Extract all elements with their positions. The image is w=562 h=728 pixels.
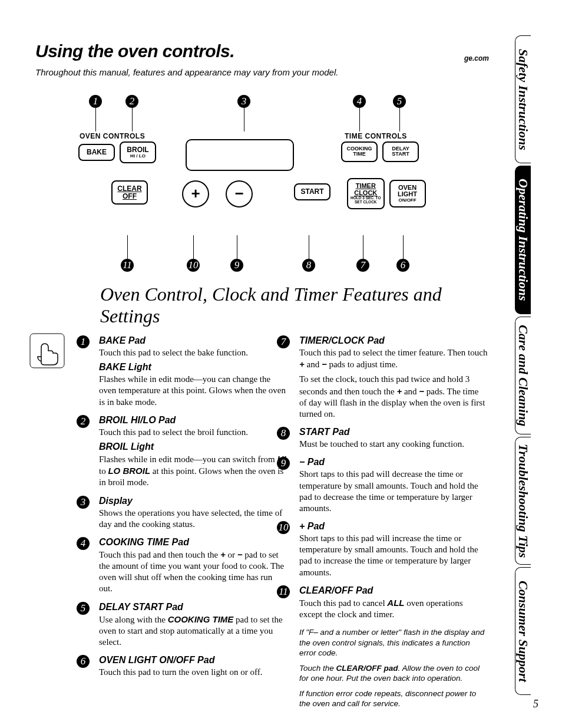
callout-10: 10 xyxy=(187,259,200,272)
section-heading: Oven Control, Clock and Timer Features a… xyxy=(100,284,489,327)
delay-start-pad: DELAY START xyxy=(382,141,419,162)
feature-body: Touch this pad to select the broil funct… xyxy=(99,427,287,438)
tab-troubleshooting: Troubleshooting Tips xyxy=(515,437,531,565)
feature-body: Flashes while in edit mode—you can chang… xyxy=(99,374,287,408)
bake-pad: BAKE xyxy=(78,144,115,161)
feature-subheading: BROIL Light xyxy=(99,442,287,452)
feature-item: 1BAKE PadTouch this pad to select the ba… xyxy=(99,335,287,408)
feature-number: 9 xyxy=(277,457,290,470)
section-tabs: Safety Instructions Operating Instructio… xyxy=(515,35,538,697)
footnote: Touch the CLEAR/OFF pad. Allow the oven … xyxy=(299,663,488,684)
feature-heading: COOKING TIME Pad xyxy=(99,537,287,548)
feature-heading: OVEN LIGHT ON/OFF Pad xyxy=(99,655,287,666)
clear-off-pad: CLEAR OFF xyxy=(111,180,148,205)
feature-heading: + Pad xyxy=(299,521,488,532)
feature-item: 5DELAY START PadUse along with the COOKI… xyxy=(99,602,287,648)
callout-1: 1 xyxy=(89,95,102,108)
feature-item: 3DisplayShows the operations you have se… xyxy=(99,496,287,530)
callout-7: 7 xyxy=(356,259,369,272)
tab-care: Care and Cleaning xyxy=(515,317,531,434)
feature-item: 4COOKING TIME PadTouch this pad and then… xyxy=(99,537,287,595)
feature-body: Flashes while in edit mode—you can switc… xyxy=(99,453,287,489)
feature-number: 8 xyxy=(277,427,290,440)
feature-heading: DELAY START Pad xyxy=(99,602,287,612)
feature-heading: BAKE Pad xyxy=(99,335,287,346)
timer-clock-pad: TIMER CLOCK HOLD 3 SEC. TO SET CLOCK xyxy=(347,178,385,209)
feature-item: 10+ PadShort taps to this pad will incre… xyxy=(299,521,488,578)
oven-light-pad: OVEN LIGHT ON/OFF xyxy=(389,180,426,207)
feature-heading: TIMER/CLOCK Pad xyxy=(299,335,488,346)
feature-body: Must be touched to start any cooking fun… xyxy=(299,439,488,450)
footnote: If function error code repeats, disconne… xyxy=(299,689,488,709)
callout-11: 11 xyxy=(121,259,134,272)
feature-heading: START Pad xyxy=(299,427,488,437)
feature-number: 5 xyxy=(77,602,90,615)
feature-body: Touch this pad to select the timer featu… xyxy=(299,347,488,370)
callout-9: 9 xyxy=(230,259,243,272)
pointing-hand-icon xyxy=(29,333,65,368)
intro-text: Throughout this manual, features and app… xyxy=(35,67,489,77)
callout-2: 2 xyxy=(125,95,138,108)
feature-number: 11 xyxy=(277,585,290,598)
feature-body: Use along with the COOKING TIME pad to s… xyxy=(99,614,287,648)
callout-6: 6 xyxy=(396,259,409,272)
feature-heading: BROIL HI/LO Pad xyxy=(99,415,287,426)
feature-body: Touch this pad to turn the oven light on… xyxy=(99,667,287,678)
callout-5: 5 xyxy=(393,95,406,108)
feature-body: Shows the operations you have selected, … xyxy=(99,508,287,530)
feature-number: 2 xyxy=(77,415,90,428)
feature-number: 10 xyxy=(277,521,290,534)
footnote: If "F– and a number or letter" flash in … xyxy=(299,627,488,658)
feature-heading: CLEAR/OFF Pad xyxy=(299,585,488,596)
feature-heading: − Pad xyxy=(299,457,488,467)
features-left-column: 1BAKE PadTouch this pad to select the ba… xyxy=(99,335,287,709)
feature-body: Touch this pad and then touch the + or −… xyxy=(99,549,287,595)
callout-4: 4 xyxy=(353,95,366,108)
feature-subheading: BAKE Light xyxy=(99,362,287,373)
feature-item: 9− PadShort taps to this pad will decrea… xyxy=(299,457,488,514)
page-number: 5 xyxy=(533,698,538,710)
feature-number: 7 xyxy=(277,335,290,348)
feature-item: 6OVEN LIGHT ON/OFF PadTouch this pad to … xyxy=(99,655,287,678)
feature-number: 4 xyxy=(77,537,90,550)
feature-number: 6 xyxy=(77,655,90,668)
cooking-time-pad: COOKING TIME xyxy=(341,141,378,162)
features-right-column: 7TIMER/CLOCK PadTouch this pad to select… xyxy=(299,335,488,709)
feature-body: To set the clock, touch this pad twice a… xyxy=(299,374,488,420)
feature-item: 2BROIL HI/LO PadTouch this pad to select… xyxy=(99,415,287,489)
time-controls-label: TIME CONTROLS xyxy=(345,132,407,140)
minus-pad: − xyxy=(226,180,253,207)
feature-number: 3 xyxy=(77,496,90,509)
feature-body: Short taps to this pad will increase the… xyxy=(299,533,488,578)
display-window xyxy=(186,139,294,171)
broil-pad: BROIL HI / LO xyxy=(120,141,156,163)
feature-body: Short taps to this pad will decrease the… xyxy=(299,469,488,514)
feature-item: 11CLEAR/OFF PadTouch this pad to cancel … xyxy=(299,585,488,620)
feature-number: 1 xyxy=(77,335,90,348)
callout-8: 8 xyxy=(302,259,315,272)
tab-consumer: Consumer Support xyxy=(515,567,531,695)
start-pad: START xyxy=(294,183,330,200)
feature-body: Touch this pad to select the bake functi… xyxy=(99,347,287,358)
feature-body: Touch this pad to cancel ALL oven operat… xyxy=(299,597,488,620)
feature-item: 8START PadMust be touched to start any c… xyxy=(299,427,488,450)
feature-heading: Display xyxy=(99,496,287,506)
tab-operating: Operating Instructions xyxy=(515,166,531,314)
site-link: ge.com xyxy=(464,54,489,62)
svg-rect-0 xyxy=(30,334,64,368)
page-title: Using the oven controls. xyxy=(35,41,489,61)
control-panel-diagram: 1 2 3 4 5 OVEN CONTROLS TIME CONTROLS BA… xyxy=(80,95,445,272)
plus-pad: + xyxy=(182,180,209,207)
tab-safety: Safety Instructions xyxy=(515,35,531,163)
callout-3: 3 xyxy=(237,95,250,108)
oven-controls-label: OVEN CONTROLS xyxy=(80,132,145,140)
feature-item: 7TIMER/CLOCK PadTouch this pad to select… xyxy=(299,335,488,420)
